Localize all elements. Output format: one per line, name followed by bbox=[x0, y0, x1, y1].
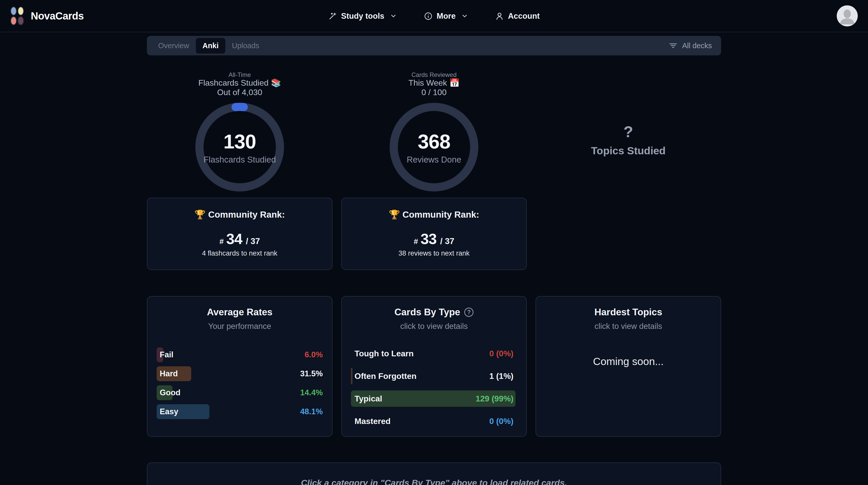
type-row-mastered[interactable]: Mastered 0 (0%) bbox=[351, 413, 517, 429]
nav-study-tools[interactable]: Study tools bbox=[329, 11, 396, 21]
average-rates-title: Average Rates bbox=[157, 307, 323, 317]
reviews-kicker: Cards Reviewed bbox=[411, 71, 457, 78]
rate-label: Good bbox=[157, 388, 181, 397]
cards-by-type-subtitle: click to view details bbox=[351, 322, 517, 331]
rate-row-fail: Fail 6.0% bbox=[157, 347, 323, 362]
user-icon bbox=[495, 12, 504, 21]
type-row-typical[interactable]: Typical 129 (99%) bbox=[351, 390, 517, 407]
topics-stat: ? Topics Studied bbox=[535, 71, 721, 191]
hardest-topics-title: Hardest Topics bbox=[545, 307, 711, 317]
type-label: Typical bbox=[351, 394, 382, 403]
type-label: Often Forgotten bbox=[351, 371, 416, 381]
reviews-ring-center: 368 Reviews Done bbox=[390, 103, 478, 191]
nav-more-label: More bbox=[437, 11, 456, 21]
hardest-topics-card[interactable]: Hardest Topics click to view details Com… bbox=[535, 296, 721, 437]
flashcards-rank-card: 🏆 Community Rank: #34/ 37 4 flashcards t… bbox=[147, 198, 333, 270]
average-rates-subtitle: Your performance bbox=[157, 322, 323, 331]
flashcards-progress-ring: 130 Flashcards Studied bbox=[195, 103, 284, 191]
help-icon[interactable]: ? bbox=[464, 308, 473, 317]
topics-placeholder: ? bbox=[623, 123, 633, 141]
rank-note: 38 reviews to next rank bbox=[398, 249, 470, 257]
rank-hash: # bbox=[219, 237, 224, 246]
rate-value: 14.4% bbox=[300, 388, 323, 397]
rank-total: / 37 bbox=[440, 236, 454, 246]
flashcards-kicker: All-Time bbox=[228, 71, 251, 78]
cards-by-type-header: Cards By Type ? bbox=[351, 307, 517, 317]
rate-value: 6.0% bbox=[305, 350, 323, 359]
rank-title: 🏆 Community Rank: bbox=[194, 209, 285, 220]
rate-row-good: Good 14.4% bbox=[157, 385, 323, 400]
filter-icon bbox=[669, 42, 678, 50]
novacards-logo-icon bbox=[10, 6, 24, 25]
wand-icon bbox=[329, 12, 337, 21]
type-label: Tough to Learn bbox=[351, 349, 413, 358]
tab-uploads[interactable]: Uploads bbox=[225, 38, 266, 54]
average-rates-list: Fail 6.0% Hard 31.5% Good 14.4% Easy 48.… bbox=[157, 347, 323, 419]
reviews-value: 368 bbox=[417, 130, 450, 153]
reviews-rank-card: 🏆 Community Rank: #33/ 37 38 reviews to … bbox=[341, 198, 527, 270]
deck-filter-button[interactable]: All decks bbox=[669, 41, 716, 50]
rank-value: 33 bbox=[421, 230, 437, 247]
nav-account-label: Account bbox=[508, 11, 539, 21]
nav-study-tools-label: Study tools bbox=[341, 11, 384, 21]
rate-row-easy: Easy 48.1% bbox=[157, 404, 323, 419]
type-row-often-forgotten[interactable]: Often Forgotten 1 (1%) bbox=[351, 368, 517, 384]
reviews-progress-ring: 368 Reviews Done bbox=[390, 103, 478, 191]
reviews-title: This Week 📅 bbox=[408, 78, 459, 88]
cards-by-type-card: Cards By Type ? click to view details To… bbox=[341, 296, 527, 437]
type-value: 0 (0%) bbox=[489, 349, 517, 358]
cards-by-type-list: Tough to Learn 0 (0%) Often Forgotten 1 … bbox=[351, 345, 517, 429]
coming-soon-text: Coming soon... bbox=[545, 356, 711, 368]
rate-value: 48.1% bbox=[300, 407, 323, 416]
flashcards-subtitle: Out of 4,030 bbox=[217, 88, 262, 97]
top-nav-bar: NovaCards Study tools bbox=[0, 0, 868, 32]
logo-dot bbox=[18, 16, 24, 25]
logo-dot bbox=[18, 6, 24, 16]
rate-label: Easy bbox=[157, 407, 178, 416]
reviews-stat: Cards Reviewed This Week 📅 0 / 100 368 R… bbox=[341, 71, 527, 191]
nav-more[interactable]: More bbox=[424, 11, 467, 21]
chevron-down-icon bbox=[462, 14, 467, 18]
cards-by-type-title: Cards By Type bbox=[395, 307, 460, 317]
rank-total: / 37 bbox=[246, 236, 260, 246]
reviews-label: Reviews Done bbox=[407, 155, 461, 164]
rank-number: #33/ 37 bbox=[414, 230, 454, 247]
tab-anki[interactable]: Anki bbox=[196, 38, 225, 54]
nav-account[interactable]: Account bbox=[495, 11, 539, 21]
stats-row: All-Time Flashcards Studied 📚 Out of 4,0… bbox=[147, 71, 721, 191]
reviews-subtitle: 0 / 100 bbox=[422, 88, 446, 97]
chevron-down-icon bbox=[391, 14, 396, 18]
info-icon bbox=[424, 12, 432, 21]
brand: NovaCards bbox=[10, 6, 84, 25]
rate-value: 31.5% bbox=[300, 369, 323, 378]
flashcards-value: 130 bbox=[223, 130, 256, 153]
avatar[interactable] bbox=[837, 5, 858, 26]
rank-note: 4 flashcards to next rank bbox=[202, 249, 277, 257]
rank-value: 34 bbox=[226, 230, 243, 247]
average-rates-card: Average Rates Your performance Fail 6.0%… bbox=[147, 296, 333, 437]
rate-label: Hard bbox=[157, 369, 178, 378]
topics-label: Topics Studied bbox=[591, 145, 666, 157]
rank-title: 🏆 Community Rank: bbox=[389, 209, 479, 220]
logo-dot bbox=[10, 6, 17, 16]
brand-name: NovaCards bbox=[31, 10, 84, 22]
flashcards-label: Flashcards Studied bbox=[204, 155, 276, 164]
main-content: Overview Anki Uploads All decks All-Time… bbox=[147, 36, 721, 485]
related-cards-panel: Click a category in "Cards By Type" abov… bbox=[147, 462, 721, 485]
footer-hint-text: Click a category in "Cards By Type" abov… bbox=[147, 478, 721, 485]
flashcards-stat: All-Time Flashcards Studied 📚 Out of 4,0… bbox=[147, 71, 333, 191]
tab-bar: Overview Anki Uploads All decks bbox=[147, 36, 721, 55]
trophy-icon: 🏆 bbox=[194, 209, 206, 219]
type-row-tough-to-learn[interactable]: Tough to Learn 0 (0%) bbox=[351, 345, 517, 362]
rate-row-hard: Hard 31.5% bbox=[157, 366, 323, 381]
hardest-topics-subtitle: click to view details bbox=[545, 322, 711, 331]
tab-overview[interactable]: Overview bbox=[152, 38, 196, 54]
type-value: 0 (0%) bbox=[489, 417, 517, 426]
main-nav: Study tools More bbox=[329, 0, 540, 32]
rank-number: #34/ 37 bbox=[219, 230, 260, 247]
rate-label: Fail bbox=[157, 350, 173, 359]
rank-row: 🏆 Community Rank: #34/ 37 4 flashcards t… bbox=[147, 198, 721, 270]
type-value: 1 (1%) bbox=[489, 371, 517, 381]
rank-row-spacer bbox=[535, 198, 721, 270]
type-value: 129 (99%) bbox=[475, 394, 517, 403]
